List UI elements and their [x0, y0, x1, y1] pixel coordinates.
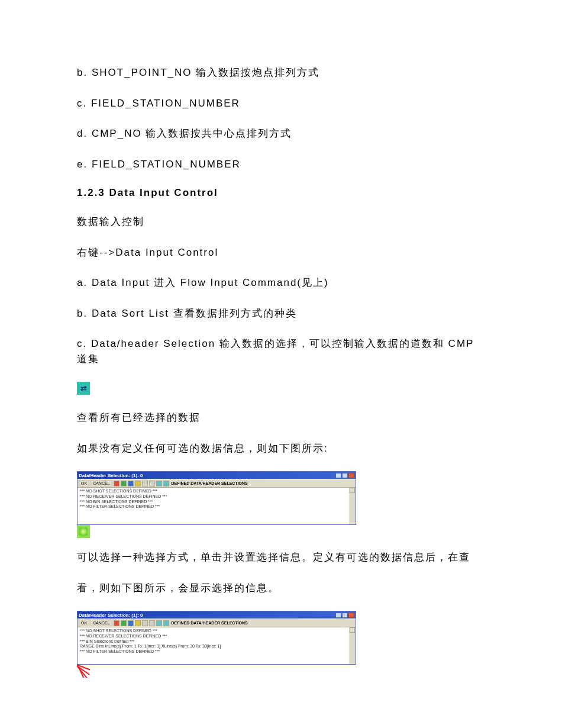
- ok-button[interactable]: OK: [79, 620, 89, 626]
- scroll-up-icon[interactable]: [350, 488, 355, 493]
- para-c2: c. Data/header Selection 输入数据的选择，可以控制输入数…: [77, 336, 485, 366]
- dialog-titlebar: Data/Header Selection: (1): 0: [77, 472, 356, 479]
- para-a2: a. Data Input 进入 Flow Input Command(见上): [77, 275, 485, 291]
- body-line: *** NO SHOT SELECTIONS DEFINED ***: [80, 629, 347, 634]
- toolbar-icon-6[interactable]: [149, 481, 155, 487]
- dialog-toolbar: OK CANCEL DEFINED DATA/HEADER SELECTIONS: [77, 619, 356, 627]
- red-burst-icon: [77, 665, 90, 678]
- toolbar-icon-4[interactable]: [135, 620, 141, 626]
- para-p4: 如果没有定义任何可选的数据信息，则如下图所示:: [77, 441, 485, 456]
- document-page: b. SHOT_POINT_NO 输入数据按炮点排列方式 c. FIELD_ST…: [0, 0, 562, 725]
- para-p3: 查看所有已经选择的数据: [77, 410, 485, 426]
- toolbar-icon-7[interactable]: [156, 481, 162, 487]
- minimize-icon[interactable]: [335, 613, 341, 618]
- section-heading: 1.2.3 Data Input Control: [77, 187, 485, 199]
- scroll-up-icon[interactable]: [350, 627, 355, 633]
- arrows-icon: ⇄: [80, 384, 87, 393]
- dialog-screenshot-2: Data/Header Selection: (1): 0 OK CANCEL …: [77, 611, 356, 665]
- toolbar-icon-8[interactable]: [163, 620, 169, 626]
- toolbar-label: DEFINED DATA/HEADER SELECTIONS: [172, 621, 248, 625]
- cancel-button[interactable]: CANCEL: [91, 480, 112, 487]
- para-c1: c. FIELD_STATION_NUMBER: [77, 96, 485, 111]
- cancel-button[interactable]: CANCEL: [91, 620, 112, 626]
- body-line: RANGE Bins InLine(s) From: 1 To: 1[Incr:…: [80, 644, 347, 649]
- close-icon[interactable]: [348, 613, 354, 618]
- toolbar-icon-4[interactable]: [135, 481, 141, 487]
- para-p6: 看，则如下图所示，会显示选择的信息。: [77, 581, 485, 596]
- toolbar-icon-1[interactable]: [114, 620, 119, 626]
- para-p1: 数据输入控制: [77, 214, 485, 230]
- toolbar-icon-3[interactable]: [128, 481, 134, 487]
- data-selection-icon: ⇄: [77, 382, 90, 395]
- toolbar-icon-2[interactable]: [121, 481, 127, 487]
- close-icon[interactable]: [348, 473, 354, 478]
- dialog-titlebar: Data/Header Selection: (1): 0: [77, 611, 356, 619]
- para-b2: b. Data Sort List 查看数据排列方式的种类: [77, 306, 485, 321]
- toolbar-icon-2[interactable]: [121, 620, 127, 626]
- body-line: *** NO RECEIVER SELECTIONS DEFINED ***: [80, 494, 347, 500]
- ok-button[interactable]: OK: [79, 480, 89, 487]
- window-controls: [335, 613, 354, 618]
- body-line: *** BIN Selections Defined ***: [80, 639, 347, 645]
- body-line: *** NO FILTER SELECTIONS DEFINED ***: [80, 649, 347, 655]
- green-star-icon: [77, 525, 90, 538]
- minimize-icon[interactable]: [335, 473, 341, 478]
- para-b1: b. SHOT_POINT_NO 输入数据按炮点排列方式: [77, 65, 485, 80]
- body-line: *** NO SHOT SELECTIONS DEFINED ***: [80, 489, 347, 494]
- dialog-screenshot-1: Data/Header Selection: (1): 0 OK CANCEL …: [77, 471, 356, 525]
- toolbar-icon-8[interactable]: [163, 481, 169, 487]
- dialog-title: Data/Header Selection: (1): 0: [79, 613, 143, 618]
- dialog-title: Data/Header Selection: (1): 0: [79, 473, 143, 478]
- toolbar-label: DEFINED DATA/HEADER SELECTIONS: [172, 481, 248, 485]
- dialog-toolbar: OK CANCEL DEFINED DATA/HEADER SELECTIONS: [77, 479, 356, 488]
- toolbar-icon-1[interactable]: [114, 481, 119, 487]
- dialog-body: *** NO SHOT SELECTIONS DEFINED *** *** N…: [77, 627, 356, 664]
- para-p2: 右键-->Data Input Control: [77, 245, 485, 260]
- para-d1: d. CMP_NO 输入数据按共中心点排列方式: [77, 126, 485, 141]
- toolbar-icon-6[interactable]: [149, 620, 155, 626]
- window-controls: [335, 473, 354, 478]
- maximize-icon[interactable]: [342, 473, 348, 478]
- para-p5: 可以选择一种选择方式，单击并设置选择信息。定义有可选的数据信息后，在查: [77, 550, 485, 565]
- maximize-icon[interactable]: [342, 613, 348, 618]
- body-line: *** NO BIN SELECTIONS DEFINED ***: [80, 500, 347, 505]
- body-line: *** NO FILTER SELECTIONS DEFINED ***: [80, 504, 347, 510]
- toolbar-icon-7[interactable]: [156, 620, 162, 626]
- toolbar-icon-3[interactable]: [128, 620, 134, 626]
- toolbar-icon-5[interactable]: [142, 620, 148, 626]
- toolbar-icon-5[interactable]: [142, 481, 148, 487]
- dialog-body: *** NO SHOT SELECTIONS DEFINED *** *** N…: [77, 488, 356, 524]
- body-line: *** NO RECEIVER SELECTIONS DEFINED ***: [80, 634, 347, 639]
- para-e1: e. FIELD_STATION_NUMBER: [77, 157, 485, 172]
